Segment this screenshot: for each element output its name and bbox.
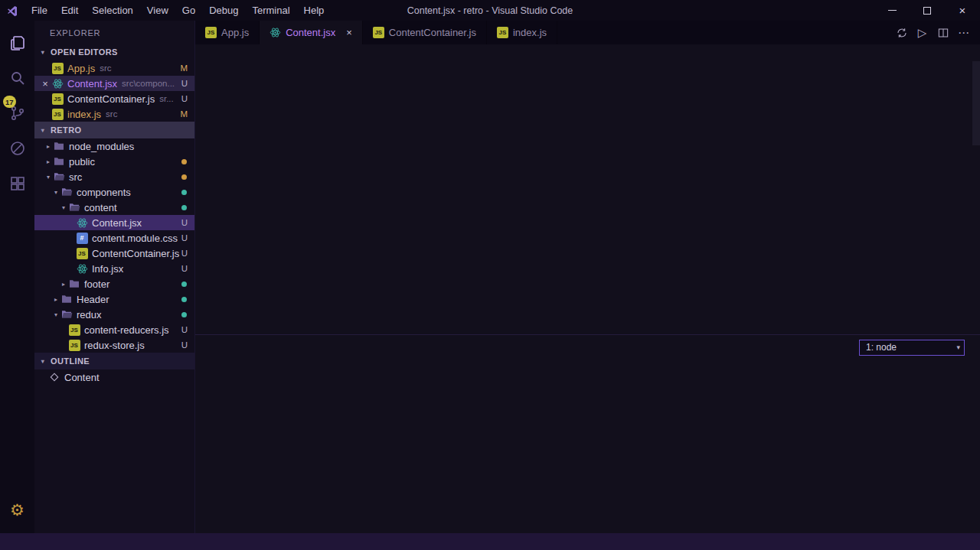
tree-item-header[interactable]: ▸Header [34,291,194,307]
gear-icon: ⚙ [10,502,24,518]
menu-selection[interactable]: Selection [85,0,139,21]
chevron-down-icon: ▾ [956,343,960,351]
window-close-button[interactable]: × [945,0,980,21]
tree-item-public[interactable]: ▸public [34,154,194,169]
open-editor-item[interactable]: JSContentContainer.jssr...U [34,91,194,106]
tree-item-content-reducers-js[interactable]: JScontent-reducers.jsU [34,322,194,337]
tab-contentcontainer-js[interactable]: JSContentContainer.js [363,21,487,44]
folder-icon [53,140,65,152]
close-icon: × [959,4,966,17]
git-status-dot [181,282,187,287]
menu-file[interactable]: File [24,0,54,21]
tree-item-label: node_modules [69,141,134,152]
react-file-icon [270,27,281,38]
activity-search[interactable] [0,60,34,96]
tree-item-content-jsx[interactable]: Content.jsxU [34,215,194,230]
editor-action-sync[interactable] [891,21,912,44]
tree-item-label: src [69,171,82,183]
chevron-down-icon: ▾ [37,127,49,134]
scrollbar[interactable] [972,61,980,145]
tab-content-jsx[interactable]: Content.jsx× [260,21,363,44]
tree-item-label: public [69,156,95,168]
activity-source-control[interactable]: 17 [0,96,34,131]
symbol-icon [48,371,60,383]
tree-item-src[interactable]: ▾src [34,169,194,184]
chevron-down-icon: ▾ [51,189,60,196]
menu-view[interactable]: View [140,0,175,21]
outline-item-content[interactable]: Content [34,369,194,385]
editor-action-split-editor[interactable] [933,21,953,44]
tab-label: index.js [513,27,547,38]
activity-top: 17 [0,25,34,201]
js-file-icon: JS [51,93,64,105]
window-maximize-button[interactable] [910,0,945,21]
menu-help[interactable]: Help [297,0,332,21]
terminal[interactable] [195,360,980,533]
react-file-icon [51,78,64,89]
sidebar-title: EXPLORER [34,21,194,44]
tree-item-label: Info.jsx [92,263,123,275]
minimize-icon [888,10,897,11]
close-icon[interactable]: × [39,78,51,89]
chevron-right-icon: ▸ [44,158,53,165]
js-file-icon: JS [76,248,88,259]
editor-action-more-actions[interactable]: ⋯ [953,21,974,44]
tab-label: App.js [221,27,249,38]
section-open-editors[interactable]: ▾ OPEN EDITORS [34,44,194,60]
breadcrumb [195,44,980,61]
terminal-selector-value: 1: node [866,342,897,353]
main-area: 17 ⚙ EXPLORER ▾ OPEN EDITORS JSApp.jssrc… [0,21,980,533]
git-status-badge: U [181,94,188,103]
activity-extensions[interactable] [0,166,34,201]
tree-item-components[interactable]: ▾components [34,184,194,200]
section-retro[interactable]: ▾ RETRO [34,122,194,138]
git-status-badge: U [181,249,188,258]
menu-terminal[interactable]: Terminal [245,0,296,21]
open-editor-item[interactable]: JSindex.jssrcM [34,106,194,122]
git-status-dot [181,312,187,317]
tree-item-node-modules[interactable]: ▸node_modules [34,138,194,154]
js-file-icon: JS [68,324,80,336]
tree-item-info-jsx[interactable]: Info.jsxU [34,261,194,276]
panel: 1: node ▾ [195,334,980,533]
js-file-icon: JS [497,27,508,38]
git-status-badge: U [181,325,188,334]
menu-go[interactable]: Go [175,0,202,21]
tree-item-content[interactable]: ▾content [34,200,194,215]
menu-debug[interactable]: Debug [202,0,245,21]
git-status-badge: M [180,109,188,119]
open-editor-item[interactable]: ×Content.jsxsrc\compon...U [34,76,194,91]
code-editor[interactable] [195,61,980,334]
tree-item-footer[interactable]: ▸footer [34,276,194,291]
window-controls: × [874,0,980,21]
close-icon[interactable]: × [346,27,352,38]
terminal-selector[interactable]: 1: node ▾ [859,340,965,356]
scm-badge: 17 [3,96,16,108]
tree-item-redux[interactable]: ▾redux [34,307,194,322]
tree-item-contentcontainer-js[interactable]: JSContentContainer.jsU [34,246,194,261]
tab-index-js[interactable]: JSindex.js [487,21,557,44]
tab-app-js[interactable]: JSApp.js [195,21,260,44]
menu-edit[interactable]: Edit [54,0,85,21]
tree-item-redux-store-js[interactable]: JSredux-store.jsU [34,337,194,353]
activity-explorer[interactable] [0,25,34,60]
chevron-right-icon: ▸ [44,143,53,150]
tab-bar: JSApp.jsContent.jsx×JSContentContainer.j… [195,21,980,44]
window-minimize-button[interactable] [874,0,910,21]
section-outline[interactable]: ▾ OUTLINE [34,353,194,369]
files-icon [8,34,27,52]
activity-debug[interactable] [0,131,34,166]
react-file-icon [76,217,88,229]
tree-item-content-module-css[interactable]: #content.module.cssU [34,230,194,246]
tab-label: ContentContainer.js [389,27,476,38]
vscode-window: FileEditSelectionViewGoDebugTerminalHelp… [0,0,980,550]
folder-open-icon [60,308,73,321]
open-editor-item[interactable]: JSApp.jssrcM [34,60,194,76]
activity-settings[interactable]: ⚙ [0,492,34,527]
tab-label: Content.jsx [286,27,335,38]
git-status-badge: U [181,233,188,242]
git-status-dot [181,159,187,164]
folder-open-icon [68,201,80,213]
editor-action-run[interactable]: ▷ [912,21,933,44]
outline-list: Content [34,369,194,385]
